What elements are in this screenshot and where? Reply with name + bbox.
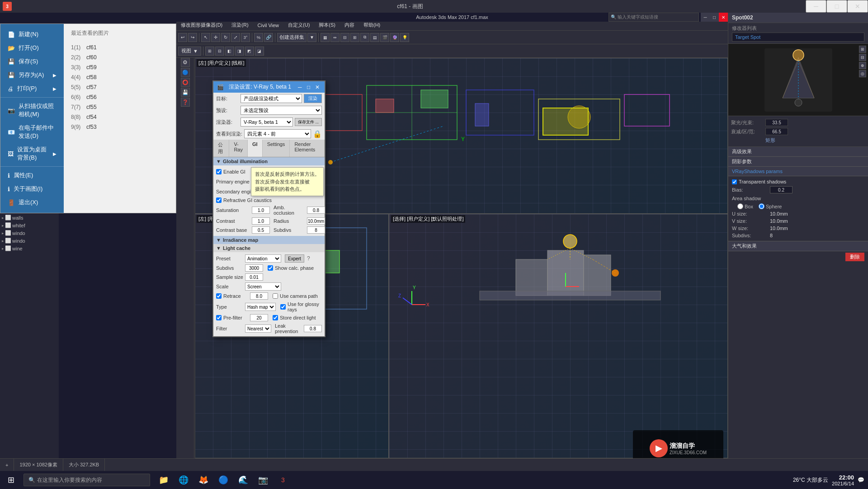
app-minimize[interactable]: ─: [701, 13, 710, 22]
status-add-btn[interactable]: +: [0, 459, 14, 471]
material-icon[interactable]: 🔮: [390, 33, 399, 42]
create-selection-btn[interactable]: 创建选择集: [277, 33, 307, 42]
view-dropdown[interactable]: 视图 ▼: [178, 47, 201, 56]
menu-props[interactable]: ℹ 属性(E): [0, 166, 64, 182]
tab-render-elements[interactable]: Render Elements: [290, 140, 325, 157]
taskbar-app4[interactable]: 📷: [255, 472, 271, 488]
menu-new[interactable]: 📄 新建(N): [0, 28, 64, 41]
leak-input[interactable]: [304, 325, 322, 332]
dialog-close[interactable]: ✕: [314, 84, 321, 90]
show-calc-phase-check[interactable]: [268, 265, 273, 271]
modifier-value[interactable]: Target Spot: [732, 33, 864, 42]
contrast-input[interactable]: [252, 217, 270, 225]
scene-item-wine[interactable]: ▸⬜ wine: [0, 244, 59, 252]
left-tool-6[interactable]: 💾: [181, 88, 190, 97]
menu-exit[interactable]: 🚪 退出(X): [0, 196, 64, 209]
left-tool-4[interactable]: 🔵: [181, 68, 190, 77]
scene-item-windo1[interactable]: ▸⬜ windo: [0, 229, 59, 237]
recent-6[interactable]: 6(6) cf56: [67, 92, 172, 102]
left-tool-3[interactable]: ⚙: [181, 58, 190, 67]
search-box[interactable]: 🔍 输入关键字或短语搜: [609, 13, 699, 22]
preview-btn-1[interactable]: ⊞: [859, 46, 866, 53]
tab-vray[interactable]: V-Ray: [229, 140, 248, 157]
rotate-icon[interactable]: ↻: [221, 33, 230, 42]
close-button[interactable]: ✕: [847, 0, 868, 13]
subdivs-gi-input[interactable]: [307, 226, 325, 234]
select-icon[interactable]: ↖: [201, 33, 210, 42]
recent-2[interactable]: 2(2) cf60: [67, 52, 172, 62]
taskbar-app3[interactable]: 🌊: [235, 472, 251, 488]
tab-settings[interactable]: Settings: [263, 140, 290, 157]
mirror-icon[interactable]: ⇔: [330, 33, 340, 42]
app-maximize[interactable]: □: [710, 13, 719, 22]
dialog-minimize[interactable]: ─: [296, 84, 303, 90]
link-icon[interactable]: 🔗: [264, 33, 273, 42]
refractive-check[interactable]: [216, 197, 222, 203]
notification-icon[interactable]: 💬: [858, 477, 864, 483]
sphere-radio[interactable]: [759, 203, 764, 209]
prefilter-input[interactable]: [250, 314, 268, 321]
lc-expert-btn[interactable]: Expert: [285, 254, 304, 263]
taskbar-3dsmax[interactable]: 3: [275, 472, 291, 488]
light-icon[interactable]: 💡: [400, 33, 409, 42]
irr-section-header[interactable]: ▼ Irradiance map: [213, 236, 325, 244]
lc-help-icon[interactable]: ?: [307, 255, 310, 262]
shadow-params-header[interactable]: 阴影参数: [728, 157, 868, 167]
recent-3[interactable]: 3(3) cf59: [67, 62, 172, 72]
target-select[interactable]: 产品级渲染模式: [241, 94, 302, 103]
app-close[interactable]: ✕: [719, 13, 728, 22]
gi-section-header[interactable]: ▼ Global illumination: [213, 157, 325, 165]
align-icon[interactable]: ⊟: [340, 33, 349, 42]
layer-icon[interactable]: ▦: [321, 33, 330, 42]
recent-1[interactable]: 1(1) cf61: [67, 42, 172, 52]
taskbar-app2[interactable]: 🔵: [215, 472, 231, 488]
recent-9[interactable]: 9(9) cf53: [67, 122, 172, 132]
enable-gi-check[interactable]: [216, 169, 222, 174]
render-icon[interactable]: 🎬: [380, 33, 389, 42]
clone-icon[interactable]: ⧉: [360, 33, 369, 42]
menu-email[interactable]: 📧 在电子邮件中发送(D): [0, 121, 64, 143]
move-icon[interactable]: ✛: [211, 33, 220, 42]
scene-item-walls[interactable]: ▸⬜ walls: [0, 214, 59, 221]
delete-button[interactable]: 删除: [845, 253, 864, 261]
recent-5[interactable]: 5(5) cf57: [67, 82, 172, 92]
atmospheric-header[interactable]: 大气和效果: [728, 241, 868, 251]
menu-open[interactable]: 📂 打开(O): [0, 41, 64, 55]
recent-7[interactable]: 7(7) cf55: [67, 102, 172, 112]
lc-samplesize-input[interactable]: [245, 273, 263, 281]
render-btn[interactable]: 渲染: [304, 94, 322, 103]
lc-type-select[interactable]: Hash map: [245, 303, 276, 311]
taskbar-app1[interactable]: 🦊: [195, 472, 212, 488]
preview-btn-4[interactable]: ◎: [859, 70, 866, 77]
recent-8[interactable]: 8(8) cf54: [67, 112, 172, 122]
glossy-rays-check[interactable]: [280, 304, 286, 310]
num-icon[interactable]: 3°: [241, 33, 250, 42]
start-button[interactable]: ⊞: [0, 471, 22, 489]
save-file-btn[interactable]: 保存文件 ...: [295, 118, 322, 126]
view-icon-6[interactable]: ◪: [255, 47, 264, 56]
view-icon-3[interactable]: ◧: [225, 47, 234, 56]
bias-input[interactable]: [770, 186, 793, 193]
redo-icon[interactable]: ↪: [188, 33, 197, 42]
lc-filter-select[interactable]: Nearest: [245, 324, 271, 333]
retrace-check[interactable]: [216, 293, 222, 299]
menu-about[interactable]: ℹ 关于画图(I): [0, 182, 64, 196]
lc-section-header[interactable]: ▼ Light cache: [213, 244, 325, 252]
vray-shadows-header[interactable]: VRayShadows params: [728, 167, 868, 176]
tab-gi[interactable]: GI: [248, 140, 263, 157]
box-radio[interactable]: [737, 203, 743, 209]
taskbar-search[interactable]: 🔍 在这里输入你要搜索的内容: [24, 474, 150, 486]
amb-occ-input[interactable]: [307, 207, 325, 214]
store-direct-check[interactable]: [273, 315, 278, 320]
menu-print[interactable]: 🖨 打印(P) ▶: [0, 82, 64, 95]
minimize-button[interactable]: ─: [806, 0, 826, 13]
view-icon-1[interactable]: ⊞: [205, 47, 214, 56]
retrace-input[interactable]: [250, 292, 268, 300]
contrast-base-input[interactable]: [252, 226, 270, 234]
lock-icon[interactable]: 🔒: [313, 130, 322, 138]
scene-item-windo2[interactable]: ▸⬜ windo: [0, 237, 59, 244]
view-icon-5[interactable]: ◩: [245, 47, 254, 56]
renderer-select[interactable]: V-Ray 5, beta 1: [241, 118, 293, 127]
vp-br-scene[interactable]: [选择] [用户定义] [默认照明处理] X Y Z: [389, 214, 727, 458]
vp-label-top[interactable]: [左] [用户定义] [线框]: [197, 59, 246, 67]
